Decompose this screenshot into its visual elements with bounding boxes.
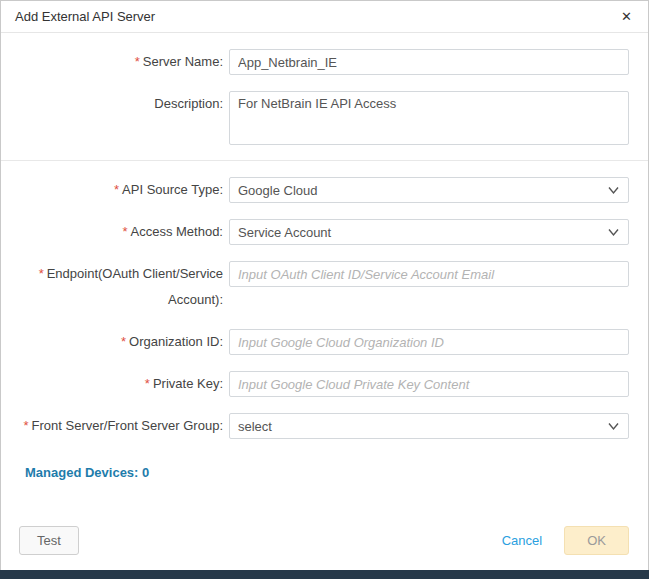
access-method-label: *Access Method: xyxy=(19,219,223,245)
ok-button[interactable]: OK xyxy=(564,526,629,555)
chevron-down-icon xyxy=(608,186,619,195)
selected-value: select xyxy=(238,419,272,434)
dialog-body: *Server Name: Description: For NetBrain … xyxy=(1,33,648,480)
field-row-api-source-type: *API Source Type: Google Cloud xyxy=(19,177,629,203)
required-asterisk: * xyxy=(39,266,44,281)
selected-value: Service Account xyxy=(238,225,331,240)
description-textarea[interactable]: For NetBrain IE API Access xyxy=(229,91,629,145)
required-asterisk: * xyxy=(122,224,127,239)
endpoint-label: *Endpoint(OAuth Client/Service Account): xyxy=(19,261,223,313)
dialog-footer: Test Cancel OK xyxy=(1,526,648,570)
chevron-down-icon xyxy=(608,228,619,237)
field-row-front-server: *Front Server/Front Server Group: select xyxy=(19,413,629,439)
selected-value: Google Cloud xyxy=(238,183,318,198)
dialog-header: Add External API Server ✕ xyxy=(1,1,648,33)
background-page-strip xyxy=(0,570,649,579)
dialog-title: Add External API Server xyxy=(15,9,155,24)
front-server-select[interactable]: select xyxy=(229,413,629,439)
managed-devices-count: 0 xyxy=(142,465,149,480)
api-source-type-select[interactable]: Google Cloud xyxy=(229,177,629,203)
private-key-input[interactable] xyxy=(229,371,629,397)
required-asterisk: * xyxy=(145,376,150,391)
field-row-private-key: *Private Key: xyxy=(19,371,629,397)
cancel-button[interactable]: Cancel xyxy=(502,533,542,548)
field-row-server-name: *Server Name: xyxy=(19,49,629,75)
field-row-access-method: *Access Method: Service Account xyxy=(19,219,629,245)
chevron-down-icon xyxy=(608,422,619,431)
field-row-description: Description: For NetBrain IE API Access xyxy=(19,91,629,148)
add-external-api-server-dialog: Add External API Server ✕ *Server Name: … xyxy=(0,0,649,570)
server-name-label: *Server Name: xyxy=(19,49,223,75)
required-asterisk: * xyxy=(23,418,28,433)
test-button[interactable]: Test xyxy=(19,526,79,555)
field-row-organization-id: *Organization ID: xyxy=(19,329,629,355)
required-asterisk: * xyxy=(135,54,140,69)
front-server-label: *Front Server/Front Server Group: xyxy=(19,413,223,439)
close-icon[interactable]: ✕ xyxy=(619,8,634,25)
endpoint-input[interactable] xyxy=(229,261,629,287)
managed-devices-label: Managed Devices: xyxy=(25,465,138,480)
api-source-type-label: *API Source Type: xyxy=(19,177,223,203)
managed-devices-status: Managed Devices: 0 xyxy=(25,465,629,480)
organization-id-input[interactable] xyxy=(229,329,629,355)
access-method-select[interactable]: Service Account xyxy=(229,219,629,245)
organization-id-label: *Organization ID: xyxy=(19,329,223,355)
required-asterisk: * xyxy=(114,182,119,197)
required-asterisk: * xyxy=(121,334,126,349)
server-name-input[interactable] xyxy=(229,49,629,75)
field-row-endpoint: *Endpoint(OAuth Client/Service Account): xyxy=(19,261,629,313)
private-key-label: *Private Key: xyxy=(19,371,223,397)
description-label: Description: xyxy=(19,91,223,117)
section-divider xyxy=(1,160,648,161)
